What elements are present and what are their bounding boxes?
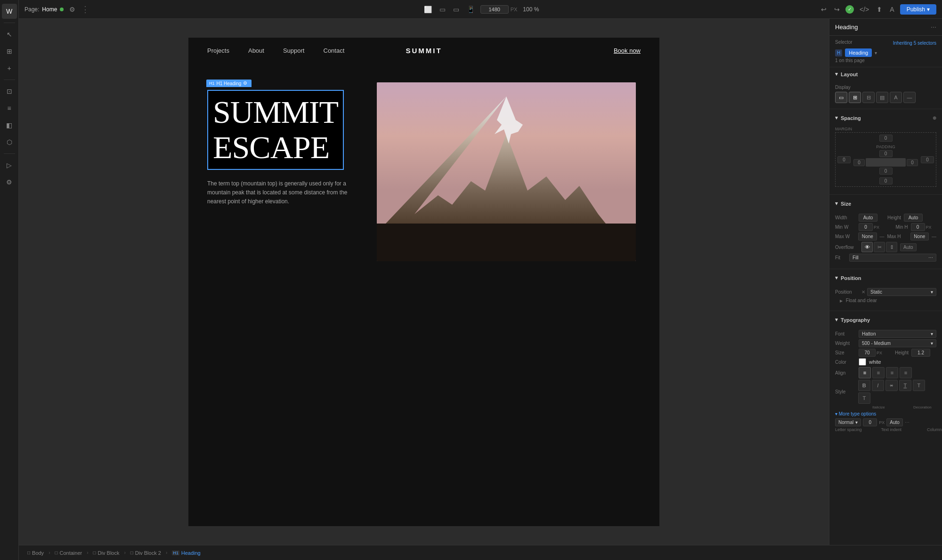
layout-section-header[interactable]: ▾ Layout [829,67,942,81]
overflow-visible-btn[interactable]: 👁 [861,242,873,252]
typo-height-input[interactable]: 1.2 [911,349,930,357]
height-input[interactable]: Auto [904,214,923,222]
panel-more-icon[interactable]: ⋯ [931,24,936,31]
book-now-link[interactable]: Book now [614,47,641,54]
align-center-btn[interactable]: ≡ [872,367,885,378]
selector-badge[interactable]: Heading [845,48,872,57]
toolbar-icon-cursor[interactable]: ↖ [2,27,17,42]
settings-icon[interactable]: ⚙ [67,4,77,15]
heading-gear-icon[interactable]: ⚙ [243,80,249,86]
align-justify-btn[interactable]: ≡ [900,367,912,378]
overflow-auto-btn[interactable]: Auto [900,243,917,251]
typography-section-header[interactable]: ▾ Typography [829,313,942,327]
display-btn-block[interactable]: ▭ [835,92,847,103]
mobile-icon[interactable]: 📱 [465,4,477,15]
align-btns: ≡ ≡ ≡ ≡ [859,367,912,378]
canvas-icon[interactable]: ⬜ [422,4,434,15]
margin-top-input[interactable]: 0 [879,135,893,142]
min-w-input[interactable]: 0 [859,223,873,231]
display-btn-align[interactable]: A [890,92,902,103]
max-w-label: Max W [835,234,855,239]
toolbar-icon-preview[interactable]: ▷ [2,158,17,173]
breadcrumb-container[interactable]: □ Container [52,549,85,557]
fit-select[interactable]: Fill ⋯ [849,254,936,262]
publish-chevron-icon: ▾ [927,6,930,13]
nav-link-projects[interactable]: Projects [207,47,229,54]
padding-top-input[interactable]: 0 [879,150,893,157]
italic-btn[interactable]: I [872,380,884,391]
float-clear[interactable]: ▶ Float and clear [835,298,936,303]
font-select[interactable]: Hatton ▾ [859,330,936,338]
margin-left-input[interactable]: 0 [837,156,851,163]
normal-row: Normal ▾ 0 PX Auto ⋯ [835,418,936,426]
size-section-header[interactable]: ▾ Size [829,197,942,210]
padding-bottom-input[interactable]: 0 [879,168,893,175]
divider-3 [829,269,942,269]
position-section-header[interactable]: ▾ Position [829,271,942,285]
strikethrough-btn[interactable]: × [885,380,898,391]
undo-icon[interactable]: ↩ [819,4,828,15]
nav-link-support[interactable]: Support [283,47,305,54]
letter-spacing-input[interactable]: 0 [863,418,877,426]
spacing-section-header[interactable]: ▾ Spacing ⊕ [829,111,942,125]
align-right-btn[interactable]: ≡ [886,367,898,378]
toolbar-icon-pages[interactable]: ⊡ [2,84,17,99]
color-swatch[interactable] [859,358,866,366]
toolbar-icon-elements[interactable]: ⊞ [2,44,17,59]
nav-link-contact[interactable]: Contact [324,47,345,54]
toolbar-icon-logo[interactable]: W [2,4,17,19]
overflow-hidden-btn[interactable]: ✂ [874,242,885,252]
breadcrumb-div-block-2[interactable]: □ Div Block 2 [128,549,164,557]
toolbar-icon-cms[interactable]: ≡ [2,101,17,116]
selector-dropdown-icon[interactable]: ▾ [875,50,877,56]
toolbar-icon-add[interactable]: + [2,61,17,76]
breadcrumb-body[interactable]: □ Body [24,549,47,557]
page-info: Page: Home [24,6,64,13]
width-input[interactable]: Auto [859,214,877,222]
publish-button[interactable]: Publish ▾ [900,4,936,15]
spacing-more-btn[interactable]: ⊕ [933,115,936,120]
margin-bottom-input[interactable]: 0 [879,177,893,184]
breadcrumb-div-block-label: Div Block [98,550,120,556]
breadcrumb-div-block[interactable]: □ Div Block [90,549,122,557]
nav-link-about[interactable]: About [248,47,264,54]
typo-height-label: Height [888,350,909,355]
typo-size-input[interactable]: 70 [859,349,876,357]
padding-left-input[interactable]: 0 [853,159,865,166]
tablet-icon[interactable]: ▭ [438,4,447,15]
bold-btn[interactable]: B [858,380,870,391]
viewport-info: 1480 PX 100 % [480,5,539,14]
viewport-width-input[interactable]: 1480 [480,5,509,14]
redo-icon[interactable]: ↪ [832,4,842,15]
max-row: Max W None — Max H None — [835,232,936,240]
padding-right-input[interactable]: 0 [907,159,918,166]
heading-block[interactable]: SUMMIT ESCAPE [207,90,344,170]
min-h-input[interactable]: 0 [911,223,925,231]
weight-select[interactable]: 500 - Medium ▾ [859,339,936,347]
canvas[interactable]: Projects About Support Contact SUMMIT Bo… [19,19,829,545]
overflow-scroll-btn[interactable]: ⇕ [886,242,897,252]
export-icon[interactable]: ⬆ [875,4,884,15]
align-left-btn[interactable]: ≡ [859,367,871,378]
position-select[interactable]: Static ▾ [867,288,936,296]
max-w-input[interactable]: None [858,232,877,240]
normal-select[interactable]: Normal ▾ [835,418,861,426]
display-btn-none[interactable]: — [903,92,916,103]
decoration-btn[interactable]: T [913,380,925,391]
toolbar-icon-settings[interactable]: ⚙ [2,175,17,190]
more-type-options[interactable]: ▾ More type options [835,411,936,416]
display-btn-grid[interactable]: ⊟ [862,92,875,103]
breadcrumb-heading[interactable]: H1 Heading [169,549,203,557]
toolbar-icon-logic[interactable]: ⬡ [2,135,17,150]
toolbar-icon-assets[interactable]: ◧ [2,118,17,133]
text-indent-select[interactable]: Auto [886,418,903,426]
max-h-input[interactable]: None [910,232,929,240]
display-btn-inline[interactable]: ▤ [876,92,888,103]
display-btn-flex[interactable]: ⊞ [849,92,861,103]
code-icon[interactable]: </> [858,4,871,15]
accessibility-icon[interactable]: A [888,4,896,15]
mobile-landscape-icon[interactable]: ▭ [451,4,461,15]
underline-btn[interactable]: T [899,380,911,391]
superscript-btn[interactable]: T [858,392,870,404]
margin-right-input[interactable]: 0 [921,156,934,163]
